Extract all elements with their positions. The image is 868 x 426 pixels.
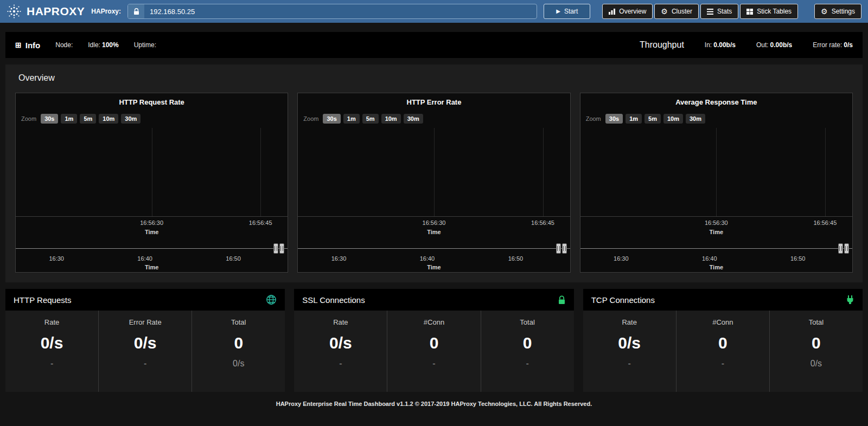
zoom-10m-button[interactable]: 10m <box>99 114 118 124</box>
zoom-10m-button[interactable]: 10m <box>381 114 401 124</box>
x-axis-tick: 16:56:30 <box>705 220 728 226</box>
card-tcp-connections: TCP Connections Rate 0/s - #Conn 0 - Tot… <box>583 289 863 392</box>
settings-button[interactable]: ⚙ Settings <box>814 4 861 19</box>
stat-sub: - <box>481 359 574 369</box>
throughput-group: Throughput In:0.00b/s Out:0.00b/s Error … <box>640 40 853 50</box>
navigator-tick: 16:30 <box>49 255 64 262</box>
card-title: HTTP Requests <box>14 295 71 305</box>
gear-icon: ⚙ <box>821 8 828 15</box>
zoom-1m-button[interactable]: 1m <box>626 114 642 124</box>
nav-stick-tables-button[interactable]: Stick Tables <box>740 4 798 19</box>
bar-chart-icon <box>609 9 615 15</box>
chart-gridline <box>260 128 261 216</box>
stat-column: Rate 0/s - <box>5 311 98 392</box>
address-label: HAProxy: <box>91 8 121 15</box>
chart-title: HTTP Error Rate <box>298 98 570 106</box>
stat-sub: - <box>583 359 676 369</box>
card-http-requests: HTTP Requests Rate 0/s - Error Rate 0/s … <box>5 289 285 392</box>
info-expander[interactable]: ⊞ Info <box>15 41 40 50</box>
nav-overview-button[interactable]: Overview <box>602 4 653 19</box>
nav-overview-label: Overview <box>619 8 646 15</box>
navigator-axis <box>298 248 570 249</box>
in-label: In: <box>705 41 712 49</box>
navigator-handle[interactable] <box>273 243 278 254</box>
zoom-label: Zoom <box>21 115 36 122</box>
navigator-handle[interactable] <box>562 243 567 254</box>
zoom-label: Zoom <box>303 115 318 122</box>
chart-gridline <box>434 128 435 216</box>
stat-sub: - <box>387 359 480 369</box>
x-axis-tick: 16:56:45 <box>813 220 837 226</box>
stat-value: 0/s <box>99 334 192 352</box>
lock-icon <box>558 295 566 305</box>
grid-icon <box>746 9 753 15</box>
stat-header: Rate <box>583 318 676 326</box>
stat-value: 0 <box>770 334 863 352</box>
top-navbar: HAPROXY HAProxy: ▶ Start Overview ⚙ Clus… <box>0 0 868 23</box>
x-axis-tick: 16:56:45 <box>249 220 272 226</box>
navigator-handle[interactable] <box>838 243 843 254</box>
stat-column: Error Rate 0/s - <box>98 311 192 392</box>
globe-icon <box>266 294 277 305</box>
navigator-handle[interactable] <box>279 243 284 254</box>
navigator-handle[interactable] <box>844 243 849 254</box>
nav-stats-button[interactable]: Stats <box>700 4 738 19</box>
zoom-30m-button[interactable]: 30m <box>686 114 705 124</box>
zoom-1m-button[interactable]: 1m <box>343 114 360 124</box>
stat-column: Total 0 0/s <box>192 311 285 392</box>
chart-title: HTTP Request Rate <box>16 98 288 106</box>
stat-column: Total 0 - <box>481 311 574 392</box>
zoom-30m-button[interactable]: 30m <box>404 114 423 124</box>
stat-sub: - <box>5 359 98 369</box>
card-ssl-connections: SSL Connections Rate 0/s - #Conn 0 - Tot… <box>294 289 573 392</box>
navigator-axis-title: Time <box>298 264 570 270</box>
address-input[interactable] <box>144 4 537 18</box>
stat-value: 0/s <box>294 334 387 352</box>
idle-value: 100% <box>102 41 119 49</box>
navigator-handle[interactable] <box>556 243 561 254</box>
start-button[interactable]: ▶ Start <box>544 4 590 19</box>
x-axis <box>298 216 570 217</box>
zoom-30m-button[interactable]: 30m <box>121 114 141 124</box>
error-rate-field: Error rate:0/s <box>813 41 853 49</box>
stat-column: Rate 0/s - <box>583 311 676 392</box>
stat-header: Error Rate <box>99 318 192 326</box>
zoom-5m-button[interactable]: 5m <box>362 114 379 124</box>
stat-header: Rate <box>294 318 387 326</box>
zoom-5m-button[interactable]: 5m <box>80 114 96 124</box>
throughput-out-field: Out:0.00b/s <box>756 41 792 49</box>
brand-name: HAPROXY <box>27 5 85 18</box>
nav-group: Overview ⚙ Cluster Stats Stick Tables <box>602 4 798 19</box>
footer-text: HAProxy Enterprise Real Time Dashboard v… <box>0 401 868 407</box>
stat-sub: 0/s <box>770 359 863 369</box>
overview-section: Overview HTTP Request Rate Zoom 30s 1m 5… <box>5 64 863 282</box>
zoom-10m-button[interactable]: 10m <box>663 114 683 124</box>
x-axis-tick: 16:56:30 <box>140 220 163 226</box>
x-axis-tick: 16:56:45 <box>531 220 554 226</box>
stat-value: 0/s <box>583 334 676 352</box>
chart-gridline <box>716 128 717 216</box>
chart-title: Average Response Time <box>580 98 852 106</box>
navigator-tick: 16:30 <box>614 255 629 262</box>
nav-stick-tables-label: Stick Tables <box>757 8 792 15</box>
chart-gridline <box>543 128 544 216</box>
zoom-30s-button[interactable]: 30s <box>323 114 340 124</box>
card-title: TCP Connections <box>591 295 655 305</box>
zoom-label: Zoom <box>586 115 601 122</box>
navigator-tick: 16:40 <box>137 255 152 262</box>
stat-column: Rate 0/s - <box>294 311 387 392</box>
zoom-5m-button[interactable]: 5m <box>644 114 661 124</box>
list-icon <box>707 9 713 15</box>
error-rate-value: 0/s <box>844 41 853 49</box>
plug-icon <box>846 295 854 305</box>
info-title-label: Info <box>25 41 41 50</box>
zoom-30s-button[interactable]: 30s <box>41 114 58 124</box>
stat-column: Total 0 0/s <box>769 311 863 392</box>
zoom-1m-button[interactable]: 1m <box>61 114 77 124</box>
idle-field: Idle:100% <box>88 41 118 49</box>
node-label: Node: <box>55 41 73 49</box>
zoom-30s-button[interactable]: 30s <box>605 114 623 124</box>
lock-icon <box>128 4 144 18</box>
error-rate-label: Error rate: <box>813 41 842 49</box>
nav-cluster-button[interactable]: ⚙ Cluster <box>654 4 699 19</box>
